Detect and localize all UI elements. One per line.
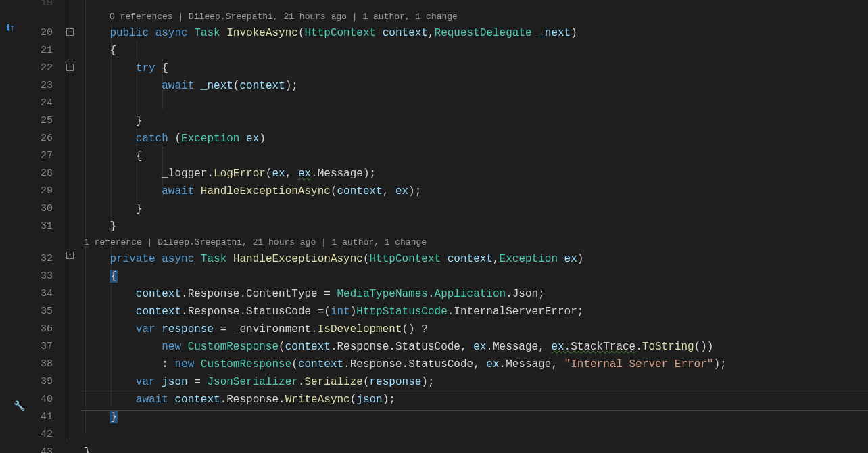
code-line[interactable] [84,95,868,112]
fold-gutter: - - - [61,0,81,453]
line-number: 31 [27,218,61,235]
code-line[interactable]: } [84,408,868,426]
line-number: 24 [27,95,61,112]
code-line[interactable]: var response = _environment.IsDevelopmen… [84,320,868,338]
line-number: 39 [27,373,61,391]
code-line[interactable]: { [84,147,868,165]
line-number: 32 [27,250,61,268]
line-number: 26 [27,130,61,147]
info-icon[interactable]: ℹ↑ [7,23,18,34]
code-line[interactable]: } [84,112,868,130]
code-line[interactable]: public async Task InvokeAsync(HttpContex… [84,24,868,42]
line-number: 38 [27,356,61,373]
line-number-gutter: 19 20 21 22 23 24 25 26 27 28 29 30 31 3… [27,0,61,453]
code-line[interactable] [84,426,868,444]
line-number: 40 [27,391,61,408]
code-line[interactable]: await context.Response.WriteAsync(json); [84,391,868,408]
line-number: 37 [27,338,61,356]
line-number: 29 [27,183,61,200]
code-line[interactable]: } [84,200,868,218]
code-line[interactable]: await _next(context); [84,77,868,95]
glyph-margin: ℹ↑ 🔧 [0,0,27,453]
code-line[interactable]: } [84,444,868,453]
code-line[interactable]: _logger.LogError(ex, ex.Message); [84,165,868,183]
code-line[interactable]: await HandleExceptionAsync(context, ex); [84,183,868,200]
code-line[interactable]: { [84,268,868,285]
line-number: 41 [27,408,61,426]
line-number: 28 [27,165,61,183]
code-content[interactable]: 0 references | Dileep.Sreepathi, 21 hour… [81,0,868,453]
line-number: 35 [27,303,61,320]
code-line[interactable]: context.Response.ContentType = MediaType… [84,285,868,303]
line-number: 30 [27,200,61,218]
code-line[interactable]: } [84,218,868,235]
line-number: 23 [27,77,61,95]
line-number: 36 [27,320,61,338]
codelens[interactable]: 1 reference | Dileep.Sreepathi, 21 hours… [84,235,868,250]
code-line[interactable]: : new CustomResponse(context.Response.St… [84,356,868,373]
line-number: 20 [27,24,61,42]
code-line[interactable]: var json = JsonSerializer.Serialize(resp… [84,373,868,391]
line-number: 42 [27,426,61,444]
code-line[interactable]: new CustomResponse(context.Response.Stat… [84,338,868,356]
line-number: 43 [27,444,61,453]
codelens[interactable]: 0 references | Dileep.Sreepathi, 21 hour… [84,9,868,24]
code-line[interactable]: try { [84,59,868,77]
code-editor[interactable]: ℹ↑ 🔧 19 20 21 22 23 24 25 26 27 28 29 30… [0,0,868,453]
line-number: 19 [27,0,61,9]
line-number: 25 [27,112,61,130]
wrench-icon[interactable]: 🔧 [14,400,24,411]
line-number: 21 [27,42,61,59]
code-line[interactable]: { [84,42,868,59]
line-number: 22 [27,59,61,77]
line-number: 34 [27,285,61,303]
code-line[interactable]: private async Task HandleExceptionAsync(… [84,250,868,268]
line-number: 27 [27,147,61,165]
code-line[interactable]: catch (Exception ex) [84,130,868,147]
line-number: 33 [27,268,61,285]
code-line[interactable]: context.Response.StatusCode =(int)HttpSt… [84,303,868,320]
